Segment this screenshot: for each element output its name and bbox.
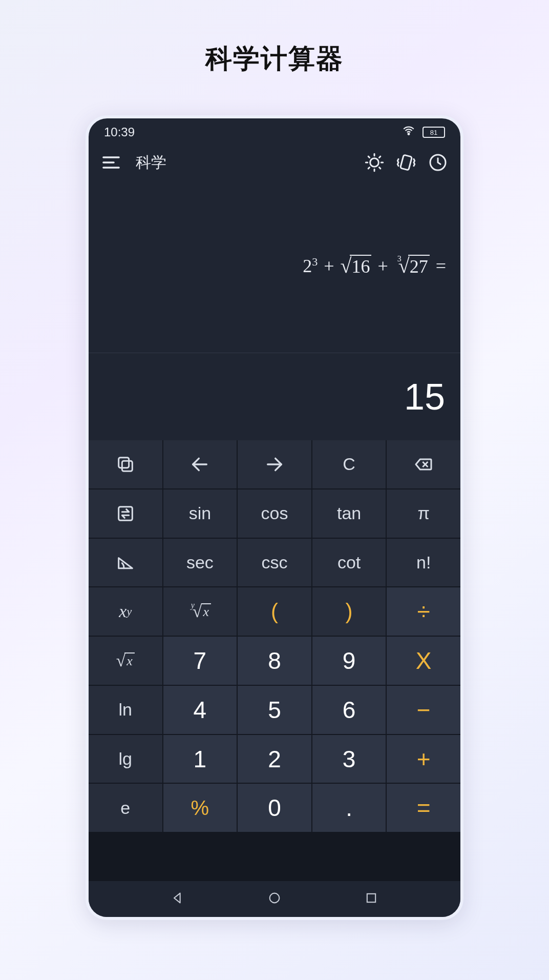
expression-display[interactable]: 23 + √16 + 3√27 = <box>89 179 460 353</box>
sin-button[interactable]: sin <box>163 489 237 538</box>
sqrt-arg-label: x <box>124 652 135 669</box>
history-icon[interactable] <box>428 152 448 173</box>
status-time: 10:39 <box>104 125 135 139</box>
theme-icon[interactable] <box>364 152 385 173</box>
menu-icon[interactable] <box>101 152 121 173</box>
lg-button[interactable]: lg <box>89 735 162 783</box>
percent-button[interactable]: % <box>163 784 237 832</box>
csc-button[interactable]: csc <box>238 539 311 587</box>
expr-exp1: 3 <box>312 255 318 268</box>
sqrt-button[interactable]: √x <box>89 637 162 685</box>
svg-point-20 <box>270 893 280 903</box>
nav-recent-icon[interactable] <box>364 891 378 907</box>
expr-rad3-arg: 27 <box>408 255 430 277</box>
digit-6-button[interactable]: 6 <box>312 686 386 734</box>
result-value: 15 <box>404 376 445 418</box>
expr-base1: 2 <box>303 256 312 276</box>
expression: 23 + √16 + 3√27 = <box>303 254 446 278</box>
svg-rect-19 <box>118 506 132 520</box>
digit-0-button[interactable]: 0 <box>238 784 311 832</box>
svg-rect-13 <box>400 155 412 170</box>
angle-mode-button[interactable] <box>89 539 162 587</box>
digit-7-button[interactable]: 7 <box>163 637 237 685</box>
svg-rect-16 <box>118 458 129 468</box>
svg-line-9 <box>368 156 369 157</box>
svg-point-0 <box>408 133 410 135</box>
digit-9-button[interactable]: 9 <box>312 637 386 685</box>
clear-button[interactable]: C <box>312 440 386 488</box>
sec-button[interactable]: sec <box>163 539 237 587</box>
decimal-button[interactable]: . <box>312 784 386 832</box>
lparen-button[interactable]: ( <box>238 587 311 636</box>
rparen-button[interactable]: ) <box>312 587 386 636</box>
svg-line-12 <box>379 156 381 157</box>
yroot-button[interactable]: y√x <box>163 587 237 636</box>
multiply-button[interactable]: X <box>387 637 460 685</box>
digit-3-button[interactable]: 3 <box>312 735 386 783</box>
power-exp-label: y <box>126 605 132 618</box>
digit-2-button[interactable]: 2 <box>238 735 311 783</box>
digit-8-button[interactable]: 8 <box>238 637 311 685</box>
backspace-button[interactable] <box>387 440 460 488</box>
power-button[interactable]: xy <box>89 587 162 636</box>
yroot-arg-label: x <box>201 603 212 620</box>
battery-level: 81 <box>430 129 437 136</box>
battery-icon: 81 <box>423 127 445 138</box>
svg-rect-21 <box>367 894 375 902</box>
factorial-button[interactable]: n! <box>387 539 460 587</box>
ln-button[interactable]: ln <box>89 686 162 734</box>
expr-eq: = <box>436 255 446 277</box>
expr-rad2-arg: 16 <box>350 255 371 277</box>
cot-button[interactable]: cot <box>312 539 386 587</box>
digit-5-button[interactable]: 5 <box>238 686 311 734</box>
add-button[interactable]: + <box>387 735 460 783</box>
cursor-left-button[interactable] <box>163 440 237 488</box>
expr-rad3-idx: 3 <box>397 254 402 263</box>
status-bar: 10:39 81 <box>89 118 460 146</box>
copy-button[interactable] <box>89 440 162 488</box>
keypad: C sin cos tan π sec csc cot n! xy y√x ( … <box>89 440 460 881</box>
system-nav-bar <box>89 881 460 917</box>
digit-1-button[interactable]: 1 <box>163 735 237 783</box>
expr-plus2: + <box>377 255 388 277</box>
phone-frame: 10:39 81 科学 <box>86 115 463 920</box>
vibrate-icon[interactable] <box>396 152 416 173</box>
app-header: 科学 <box>89 146 460 179</box>
svg-line-11 <box>368 168 369 169</box>
page-title: 科学计算器 <box>205 41 344 77</box>
nav-back-icon[interactable] <box>171 891 185 907</box>
result-display: 15 <box>89 353 460 440</box>
tan-button[interactable]: tan <box>312 489 386 538</box>
power-base-label: x <box>119 602 126 621</box>
e-button[interactable]: e <box>89 784 162 832</box>
divide-button[interactable]: ÷ <box>387 587 460 636</box>
cursor-right-button[interactable] <box>238 440 311 488</box>
swap-button[interactable] <box>89 489 162 538</box>
subtract-button[interactable]: − <box>387 686 460 734</box>
mode-title: 科学 <box>136 152 166 173</box>
cos-button[interactable]: cos <box>238 489 311 538</box>
svg-line-10 <box>379 168 381 169</box>
expr-plus1: + <box>324 255 334 277</box>
svg-point-4 <box>370 158 379 167</box>
yroot-idx-label: y <box>191 601 195 610</box>
digit-4-button[interactable]: 4 <box>163 686 237 734</box>
nav-home-icon[interactable] <box>267 891 282 907</box>
pi-button[interactable]: π <box>387 489 460 538</box>
wifi-icon <box>402 124 415 140</box>
equals-button[interactable]: = <box>387 784 460 832</box>
svg-rect-15 <box>122 461 132 471</box>
